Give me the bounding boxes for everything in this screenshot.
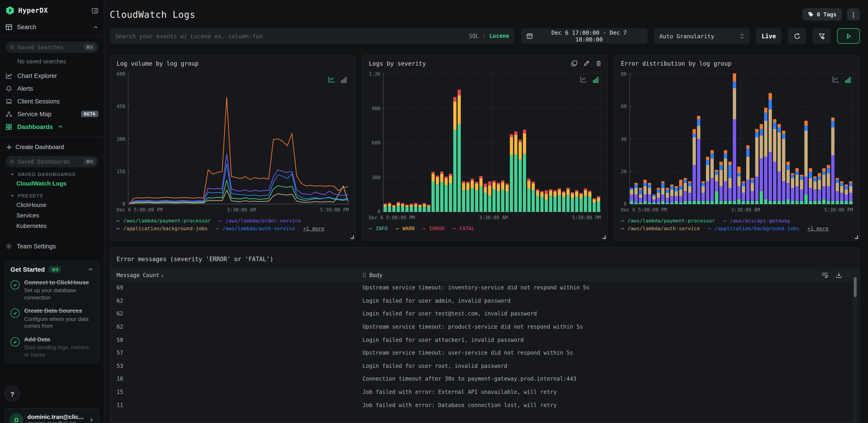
bar-chart-toggle-icon[interactable] xyxy=(341,77,347,83)
sidebar-item-dashboards[interactable]: Dashboards xyxy=(0,120,104,133)
kebab-menu-button[interactable]: ⋮ xyxy=(847,8,860,21)
chevron-up-icon[interactable] xyxy=(88,267,93,272)
duplicate-icon[interactable] xyxy=(571,60,578,66)
table-row[interactable]: 57Upstream service timeout: user-service… xyxy=(110,346,859,359)
step-description: Set up your database connection xyxy=(24,287,93,302)
gear-icon xyxy=(5,243,12,250)
saved-searches-input[interactable]: ⌘K xyxy=(5,41,98,53)
bar-chart-toggle-icon[interactable] xyxy=(593,77,599,83)
table-row[interactable]: 58Login failed for user attacker1, inval… xyxy=(110,333,859,346)
panel-resize-handle[interactable] xyxy=(855,236,858,239)
date-range-picker[interactable]: 1 Dec 6 17:00:00 - Dec 7 18:00:00 xyxy=(521,28,648,44)
calendar-icon: 1 xyxy=(526,33,533,39)
column-header-body[interactable]: Body xyxy=(363,272,822,278)
event-search-box[interactable]: SQL | Lucene xyxy=(110,28,515,44)
app-root: HyperDX Search ⌘K No saved searches Char… xyxy=(0,0,868,423)
sidebar-item-alerts[interactable]: Alerts xyxy=(0,82,104,95)
error-messages-panel: Error messages (severity 'ERROR' or 'FAT… xyxy=(110,247,860,423)
live-button[interactable]: Live xyxy=(756,28,781,44)
table-row[interactable]: 53Login failed for user root, invalid pa… xyxy=(110,359,859,372)
delete-icon[interactable] xyxy=(596,60,602,66)
table-row[interactable]: 62Login failed for user test@test.com, i… xyxy=(110,307,859,320)
legend-item[interactable]: —/aws/lambda/auth-service xyxy=(621,226,700,231)
line-chart-toggle-icon[interactable] xyxy=(580,76,587,83)
table-row[interactable]: 16Connection timeout after 30s to paymen… xyxy=(110,372,859,386)
chart-panel-1: Logs by severity1.2K9006003000Dec 6 5:00… xyxy=(362,55,608,241)
check-circle-icon xyxy=(10,337,20,346)
edit-icon[interactable] xyxy=(584,60,590,66)
panel-resize-handle[interactable] xyxy=(603,236,606,239)
chart-plot[interactable] xyxy=(383,74,601,212)
legend-item[interactable]: —ERROR xyxy=(423,226,444,231)
table-row[interactable]: 62Upstream service timeout: product-serv… xyxy=(110,320,859,333)
granularity-select[interactable]: Auto Granularity xyxy=(654,28,750,44)
sidebar-collapse-icon[interactable] xyxy=(92,7,98,14)
sidebar-item-chart-explorer[interactable]: Chart Explorer xyxy=(0,69,104,82)
sidebar-item-search[interactable]: Search xyxy=(0,21,104,33)
drag-handle-icon[interactable] xyxy=(363,273,366,278)
get-started-step[interactable]: Create Data SourcesConfigure where your … xyxy=(10,307,93,330)
help-button[interactable]: ? xyxy=(5,386,20,401)
sidebar-item-preset-clickhouse[interactable]: ClickHouse xyxy=(0,200,104,210)
sidebar-item-service-map[interactable]: Service Map BETA xyxy=(0,108,104,120)
table-row[interactable]: 11Job failed with error: Database connec… xyxy=(110,399,859,412)
cell-body: Connection timeout after 30s to payment-… xyxy=(363,376,853,382)
legend-more-link[interactable]: +1 more xyxy=(303,226,324,231)
legend-item[interactable]: —FATAL xyxy=(453,226,474,231)
create-dashboard-button[interactable]: Create Dashboard xyxy=(0,141,104,153)
saved-dashboards-input[interactable]: ⌘K xyxy=(5,156,98,167)
column-header-message-count[interactable]: Message Count ↓ xyxy=(117,272,363,278)
sidebar-item-preset-services[interactable]: Services xyxy=(0,210,104,221)
sql-toggle[interactable]: SQL xyxy=(469,33,478,39)
legend-item[interactable]: —/aws/lambda/payment-processor xyxy=(621,218,715,224)
legend-item[interactable]: —/aws/lambda/order-service xyxy=(219,218,301,224)
cell-message-count: 62 xyxy=(117,298,363,304)
cell-body: Job failed with error: Database connecti… xyxy=(363,402,853,408)
event-search-input[interactable] xyxy=(115,33,464,39)
refresh-button[interactable] xyxy=(788,28,806,44)
line-chart-toggle-icon[interactable] xyxy=(328,76,335,83)
panel-resize-handle[interactable] xyxy=(351,236,354,239)
saved-dashboards-group[interactable]: SAVED DASHBOARDS xyxy=(0,167,104,178)
table-row[interactable]: 15Job failed with error: External API un… xyxy=(110,386,859,399)
cell-body: Login failed for user attacker1, invalid… xyxy=(363,337,853,343)
sidebar-item-cloudwatch-logs[interactable]: CloudWatch Logs xyxy=(0,178,104,189)
dashboards-icon xyxy=(5,123,12,130)
chevron-up-icon[interactable] xyxy=(93,24,98,30)
legend-item[interactable]: —/aws/ecs/api-gateway xyxy=(723,218,790,224)
chart-plot[interactable] xyxy=(128,74,349,204)
legend-item[interactable]: —WARN xyxy=(396,226,414,231)
get-started-step[interactable]: Add DataStart sending logs, metrics, or … xyxy=(10,336,93,359)
table-scrollbar[interactable] xyxy=(853,275,857,423)
get-started-step[interactable]: Connect to ClickHouseSet up your databas… xyxy=(10,279,93,302)
saved-searches-field[interactable] xyxy=(18,44,81,50)
create-dashboard-label: Create Dashboard xyxy=(16,144,64,150)
user-card[interactable]: D dominic.tran@clic... dominic.tran@clic… xyxy=(5,408,99,423)
run-query-button[interactable] xyxy=(837,28,860,44)
sidebar-item-team-settings[interactable]: Team Settings xyxy=(0,236,104,256)
chevron-up-icon[interactable] xyxy=(58,124,63,130)
sidebar-item-preset-kubernetes[interactable]: Kubernetes xyxy=(0,221,104,231)
legend-item[interactable]: —/aws/lambda/payment-processor xyxy=(117,218,211,224)
plus-icon xyxy=(6,144,12,150)
scrollbar-thumb[interactable] xyxy=(854,277,857,297)
table-row[interactable]: 69Upstream service timeout: inventory-se… xyxy=(110,281,859,294)
legend-item[interactable]: —/application/background-jobs xyxy=(117,226,208,231)
download-icon[interactable] xyxy=(836,272,842,278)
line-chart-toggle-icon[interactable] xyxy=(832,76,839,83)
cell-body: Upstream service timeout: product-servic… xyxy=(363,323,853,330)
sidebar-item-client-sessions[interactable]: Client Sessions xyxy=(0,95,104,108)
bar-chart-toggle-icon[interactable] xyxy=(845,77,851,83)
saved-dashboards-field[interactable] xyxy=(18,159,81,165)
chart-plot[interactable] xyxy=(629,74,853,204)
table-row[interactable]: 62Login failed for user admin, invalid p… xyxy=(110,294,859,307)
tags-button[interactable]: 0 Tags xyxy=(802,8,842,21)
legend-item[interactable]: —INFO xyxy=(369,226,388,231)
wrap-lines-icon[interactable] xyxy=(822,272,828,278)
filter-button[interactable] xyxy=(812,28,831,44)
lucene-toggle[interactable]: Lucene xyxy=(489,33,509,39)
presets-group[interactable]: PRESETS xyxy=(0,189,104,200)
legend-item[interactable]: —/application/background-jobs xyxy=(708,226,799,231)
legend-item[interactable]: —/aws/lambda/auth-service xyxy=(216,226,295,231)
legend-more-link[interactable]: +1 more xyxy=(807,226,829,231)
